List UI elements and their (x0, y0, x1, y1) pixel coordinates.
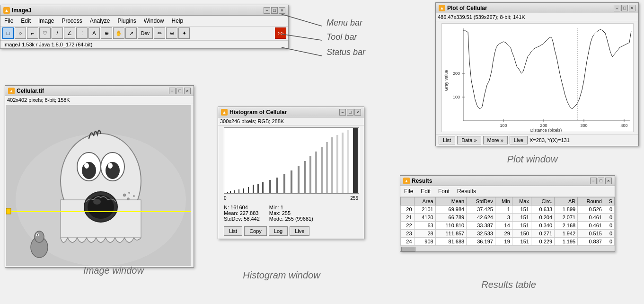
table-cell: 81.688 (435, 238, 467, 246)
cellular-close[interactable]: × (184, 88, 191, 94)
menu-image[interactable]: Image (35, 17, 58, 25)
histogram-maximize[interactable]: □ (347, 109, 353, 116)
tool-pencil[interactable]: ✏ (154, 27, 165, 39)
plot-more-button[interactable]: More » (483, 136, 508, 144)
svg-rect-35 (257, 184, 259, 194)
results-menu-results[interactable]: Results (453, 187, 480, 196)
table-cell: 0.633 (531, 206, 554, 214)
results-maximize[interactable]: □ (598, 178, 604, 184)
tool-point[interactable]: ⋮ (76, 27, 88, 39)
svg-point-25 (133, 195, 135, 197)
hist-copy-button[interactable]: Copy (244, 226, 267, 236)
tool-rectangle[interactable]: □ (2, 27, 14, 39)
table-cell: 0.461 (578, 222, 604, 230)
tool-angle[interactable]: ∠ (64, 27, 75, 39)
menu-window[interactable]: Window (140, 17, 168, 25)
table-cell: 0.837 (578, 238, 604, 246)
menu-edit[interactable]: Edit (17, 17, 35, 25)
menu-plugins[interactable]: Plugins (114, 17, 140, 25)
cellular-minimize[interactable]: − (169, 88, 176, 94)
results-scrollbar-thumb[interactable] (401, 247, 415, 251)
plot-list-button[interactable]: List (439, 136, 455, 144)
tool-dev[interactable]: Dev (138, 27, 153, 39)
svg-rect-46 (326, 142, 328, 194)
plot-data-button[interactable]: Data » (457, 136, 481, 144)
results-minimize[interactable]: − (590, 178, 597, 184)
results-window: ▲ Results − □ × File Edit Font Results A… (400, 175, 615, 252)
svg-text:400: 400 (620, 123, 627, 128)
table-cell: 4120 (414, 214, 435, 222)
svg-rect-39 (283, 174, 285, 194)
tool-line[interactable]: / (52, 27, 63, 39)
tool-eyedropper[interactable]: ✦ (178, 27, 190, 39)
results-titlebar: ▲ Results − □ × (400, 176, 615, 186)
results-titlebar-left: ▲ Results (403, 178, 432, 184)
results-menu-file[interactable]: File (400, 187, 417, 196)
tool-floodfill[interactable]: ⊕ (166, 27, 177, 39)
results-close[interactable]: × (605, 178, 612, 184)
histogram-close[interactable]: × (354, 109, 361, 116)
minimize-button[interactable]: − (264, 7, 270, 14)
cellular-title: Cellular.tif (17, 88, 44, 94)
histogram-buttons: List Copy Log Live (218, 224, 364, 239)
tool-arrow[interactable]: ↗ (125, 27, 137, 39)
tool-text[interactable]: A (88, 27, 100, 39)
cellular-maximize[interactable]: □ (176, 88, 183, 94)
plot-title: Plot of Cellular (447, 5, 487, 11)
svg-text:200: 200 (540, 123, 547, 128)
tool-oval[interactable]: ○ (15, 27, 26, 39)
results-header-row: Area Mean StdDev Min Max Circ. AR Round … (401, 197, 615, 206)
table-cell: 111.857 (435, 230, 467, 238)
hist-log-button[interactable]: Log (269, 226, 288, 236)
table-cell: 32.533 (467, 230, 495, 238)
maximize-button[interactable]: □ (271, 7, 278, 14)
histogram-axis: 0 255 (224, 196, 358, 201)
svg-point-22 (123, 194, 126, 197)
plot-close[interactable]: × (629, 5, 635, 11)
table-row: 2263110.81033.387141510.3402.1680.4610 (401, 222, 615, 230)
table-cell: 151 (512, 206, 531, 214)
tool-more[interactable]: >> (275, 27, 286, 39)
plot-icon: ▲ (439, 5, 445, 11)
tool-hand[interactable]: ✋ (113, 27, 124, 39)
tool-freehand[interactable]: ♡ (39, 27, 51, 39)
table-cell: 20 (401, 206, 415, 214)
histogram-titlebar-left: ▲ Histogram of Cellular (221, 109, 287, 116)
results-menu-edit[interactable]: Edit (417, 187, 434, 196)
cellular-image (6, 105, 191, 266)
svg-rect-44 (315, 152, 317, 194)
menu-file[interactable]: File (0, 17, 17, 25)
table-row: 2328111.85732.533291500.2711.9420.5150 (401, 230, 615, 238)
svg-rect-52 (442, 24, 634, 132)
results-scrollbar-h[interactable] (400, 246, 615, 251)
svg-text:200: 200 (453, 71, 460, 76)
plot-live-button[interactable]: Live (510, 136, 528, 144)
imagej-titlebar: ▲ ImageJ − □ × (0, 5, 288, 16)
plot-minimize[interactable]: − (614, 5, 620, 11)
table-cell: 63 (414, 222, 435, 230)
status-text: ImageJ 1.53k / Java 1.8.0_172 (64-bit) (3, 42, 92, 47)
menu-process[interactable]: Process (58, 17, 86, 25)
table-cell: 1.899 (555, 206, 578, 214)
table-cell: 28 (414, 230, 435, 238)
table-cell: 1.195 (555, 238, 578, 246)
table-cell: 150 (512, 230, 531, 238)
status-bar: ImageJ 1.53k / Java 1.8.0_172 (64-bit) (0, 40, 288, 48)
results-scroll[interactable]: Area Mean StdDev Min Max Circ. AR Round … (400, 197, 615, 246)
hist-list-button[interactable]: List (224, 226, 242, 236)
table-cell: 0 (604, 238, 614, 246)
table-cell: 0.271 (531, 230, 554, 238)
menu-analyze[interactable]: Analyze (86, 17, 114, 25)
plot-maximize[interactable]: □ (621, 5, 628, 11)
tool-magnifier[interactable]: ⊕ (101, 27, 112, 39)
col-header-row (401, 197, 415, 206)
results-menu-font[interactable]: Font (434, 187, 453, 196)
histogram-minimize[interactable]: − (339, 109, 346, 116)
menu-help[interactable]: Help (168, 17, 187, 25)
tool-polygon[interactable]: ⌐ (27, 27, 38, 39)
svg-rect-45 (321, 147, 323, 194)
plot-titlebar-left: ▲ Plot of Cellular (439, 5, 487, 11)
close-button[interactable]: × (279, 7, 285, 14)
hist-live-button[interactable]: Live (290, 226, 309, 236)
hist-axis-min: 0 (224, 196, 227, 201)
